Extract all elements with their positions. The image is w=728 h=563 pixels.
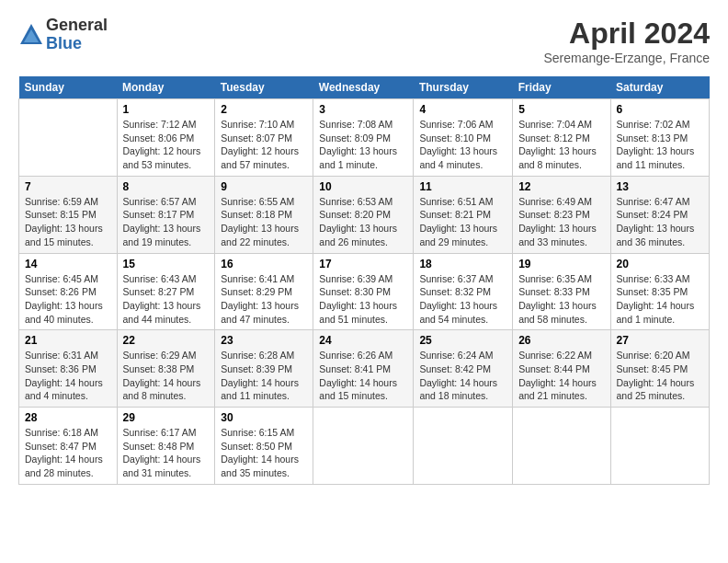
calendar-cell: 6Sunrise: 7:02 AMSunset: 8:13 PMDaylight… bbox=[610, 99, 709, 177]
day-number: 27 bbox=[617, 334, 703, 347]
calendar-cell: 14Sunrise: 6:45 AMSunset: 8:26 PMDayligh… bbox=[19, 253, 118, 330]
day-number: 23 bbox=[221, 334, 307, 347]
calendar-cell: 27Sunrise: 6:20 AMSunset: 8:45 PMDayligh… bbox=[610, 330, 709, 408]
cell-info: Sunrise: 6:28 AMSunset: 8:39 PMDaylight:… bbox=[221, 349, 307, 403]
calendar-cell: 21Sunrise: 6:31 AMSunset: 8:36 PMDayligh… bbox=[19, 330, 118, 408]
header-day-friday: Friday bbox=[513, 76, 610, 99]
cell-info: Sunrise: 6:24 AMSunset: 8:42 PMDaylight:… bbox=[419, 349, 506, 403]
cell-info: Sunrise: 7:04 AMSunset: 8:12 PMDaylight:… bbox=[518, 118, 604, 172]
cell-info: Sunrise: 6:53 AMSunset: 8:20 PMDaylight:… bbox=[319, 195, 407, 249]
calendar-cell: 18Sunrise: 6:37 AMSunset: 8:32 PMDayligh… bbox=[414, 253, 513, 330]
calendar-cell: 1Sunrise: 7:12 AMSunset: 8:06 PMDaylight… bbox=[117, 99, 215, 177]
calendar-cell bbox=[610, 408, 709, 485]
day-number: 29 bbox=[123, 411, 210, 424]
logo-text: General Blue bbox=[46, 17, 108, 53]
calendar-cell: 25Sunrise: 6:24 AMSunset: 8:42 PMDayligh… bbox=[414, 330, 513, 408]
day-number: 30 bbox=[221, 411, 307, 424]
week-row-1: 1Sunrise: 7:12 AMSunset: 8:06 PMDaylight… bbox=[19, 99, 710, 177]
day-number: 18 bbox=[419, 258, 506, 270]
day-number: 20 bbox=[617, 258, 703, 270]
week-row-3: 14Sunrise: 6:45 AMSunset: 8:26 PMDayligh… bbox=[19, 253, 710, 330]
day-number: 10 bbox=[319, 180, 407, 193]
calendar-cell bbox=[19, 99, 118, 177]
title-block: April 2024 Seremange-Erzange, France bbox=[543, 17, 710, 65]
header: General Blue April 2024 Seremange-Erzang… bbox=[18, 17, 710, 65]
calendar-cell: 13Sunrise: 6:47 AMSunset: 8:24 PMDayligh… bbox=[610, 176, 709, 253]
day-number: 7 bbox=[25, 180, 111, 193]
calendar-cell: 24Sunrise: 6:26 AMSunset: 8:41 PMDayligh… bbox=[313, 330, 414, 408]
cell-info: Sunrise: 6:26 AMSunset: 8:41 PMDaylight:… bbox=[319, 349, 407, 403]
cell-info: Sunrise: 6:51 AMSunset: 8:21 PMDaylight:… bbox=[419, 195, 506, 249]
day-number: 21 bbox=[25, 334, 111, 347]
cell-info: Sunrise: 6:22 AMSunset: 8:44 PMDaylight:… bbox=[518, 349, 604, 403]
logo-blue: Blue bbox=[46, 35, 108, 53]
header-row: SundayMondayTuesdayWednesdayThursdayFrid… bbox=[19, 76, 710, 99]
cell-info: Sunrise: 6:35 AMSunset: 8:33 PMDaylight:… bbox=[518, 272, 604, 327]
logo: General Blue bbox=[18, 17, 108, 53]
location-subtitle: Seremange-Erzange, France bbox=[543, 51, 710, 65]
calendar-table: SundayMondayTuesdayWednesdayThursdayFrid… bbox=[18, 76, 710, 485]
cell-info: Sunrise: 6:57 AMSunset: 8:17 PMDaylight:… bbox=[123, 195, 210, 249]
day-number: 26 bbox=[518, 334, 604, 347]
header-day-tuesday: Tuesday bbox=[215, 76, 313, 99]
calendar-cell: 12Sunrise: 6:49 AMSunset: 8:23 PMDayligh… bbox=[513, 176, 610, 253]
cell-info: Sunrise: 6:17 AMSunset: 8:48 PMDaylight:… bbox=[123, 426, 210, 480]
calendar-cell: 5Sunrise: 7:04 AMSunset: 8:12 PMDaylight… bbox=[513, 99, 610, 177]
cell-info: Sunrise: 6:45 AMSunset: 8:26 PMDaylight:… bbox=[25, 272, 111, 327]
week-row-5: 28Sunrise: 6:18 AMSunset: 8:47 PMDayligh… bbox=[19, 408, 710, 485]
header-day-wednesday: Wednesday bbox=[313, 76, 414, 99]
cell-info: Sunrise: 6:20 AMSunset: 8:45 PMDaylight:… bbox=[617, 349, 703, 403]
day-number: 8 bbox=[123, 180, 210, 193]
day-number: 14 bbox=[25, 258, 111, 270]
day-number: 9 bbox=[221, 180, 307, 193]
week-row-2: 7Sunrise: 6:59 AMSunset: 8:15 PMDaylight… bbox=[19, 176, 710, 253]
calendar-cell: 3Sunrise: 7:08 AMSunset: 8:09 PMDaylight… bbox=[313, 99, 414, 177]
calendar-cell bbox=[414, 408, 513, 485]
day-number: 15 bbox=[123, 258, 210, 270]
cell-info: Sunrise: 6:47 AMSunset: 8:24 PMDaylight:… bbox=[617, 195, 703, 249]
cell-info: Sunrise: 7:02 AMSunset: 8:13 PMDaylight:… bbox=[617, 118, 703, 172]
calendar-cell: 17Sunrise: 6:39 AMSunset: 8:30 PMDayligh… bbox=[313, 253, 414, 330]
header-day-monday: Monday bbox=[117, 76, 215, 99]
calendar-cell bbox=[313, 408, 414, 485]
day-number: 4 bbox=[419, 103, 506, 116]
cell-info: Sunrise: 7:12 AMSunset: 8:06 PMDaylight:… bbox=[123, 118, 210, 172]
day-number: 1 bbox=[123, 103, 210, 116]
day-number: 5 bbox=[518, 103, 604, 116]
day-number: 19 bbox=[518, 258, 604, 270]
cell-info: Sunrise: 6:49 AMSunset: 8:23 PMDaylight:… bbox=[518, 195, 604, 249]
day-number: 22 bbox=[123, 334, 210, 347]
calendar-cell: 2Sunrise: 7:10 AMSunset: 8:07 PMDaylight… bbox=[215, 99, 313, 177]
calendar-cell: 26Sunrise: 6:22 AMSunset: 8:44 PMDayligh… bbox=[513, 330, 610, 408]
cell-info: Sunrise: 6:18 AMSunset: 8:47 PMDaylight:… bbox=[25, 426, 111, 480]
header-day-sunday: Sunday bbox=[19, 76, 118, 99]
calendar-cell: 11Sunrise: 6:51 AMSunset: 8:21 PMDayligh… bbox=[414, 176, 513, 253]
week-row-4: 21Sunrise: 6:31 AMSunset: 8:36 PMDayligh… bbox=[19, 330, 710, 408]
day-number: 2 bbox=[221, 103, 307, 116]
calendar-cell: 20Sunrise: 6:33 AMSunset: 8:35 PMDayligh… bbox=[610, 253, 709, 330]
cell-info: Sunrise: 7:10 AMSunset: 8:07 PMDaylight:… bbox=[221, 118, 307, 172]
calendar-cell: 7Sunrise: 6:59 AMSunset: 8:15 PMDaylight… bbox=[19, 176, 118, 253]
day-number: 24 bbox=[319, 334, 407, 347]
calendar-cell: 29Sunrise: 6:17 AMSunset: 8:48 PMDayligh… bbox=[117, 408, 215, 485]
header-day-saturday: Saturday bbox=[610, 76, 709, 99]
day-number: 11 bbox=[419, 180, 506, 193]
calendar-cell: 22Sunrise: 6:29 AMSunset: 8:38 PMDayligh… bbox=[117, 330, 215, 408]
cell-info: Sunrise: 6:41 AMSunset: 8:29 PMDaylight:… bbox=[221, 272, 307, 327]
cell-info: Sunrise: 7:08 AMSunset: 8:09 PMDaylight:… bbox=[319, 118, 407, 172]
cell-info: Sunrise: 7:06 AMSunset: 8:10 PMDaylight:… bbox=[419, 118, 506, 172]
calendar-cell bbox=[513, 408, 610, 485]
calendar-cell: 9Sunrise: 6:55 AMSunset: 8:18 PMDaylight… bbox=[215, 176, 313, 253]
calendar-cell: 4Sunrise: 7:06 AMSunset: 8:10 PMDaylight… bbox=[414, 99, 513, 177]
cell-info: Sunrise: 6:43 AMSunset: 8:27 PMDaylight:… bbox=[123, 272, 210, 327]
day-number: 13 bbox=[617, 180, 703, 193]
calendar-cell: 8Sunrise: 6:57 AMSunset: 8:17 PMDaylight… bbox=[117, 176, 215, 253]
calendar-cell: 19Sunrise: 6:35 AMSunset: 8:33 PMDayligh… bbox=[513, 253, 610, 330]
month-title: April 2024 bbox=[543, 17, 710, 51]
calendar-cell: 10Sunrise: 6:53 AMSunset: 8:20 PMDayligh… bbox=[313, 176, 414, 253]
cell-info: Sunrise: 6:55 AMSunset: 8:18 PMDaylight:… bbox=[221, 195, 307, 249]
header-day-thursday: Thursday bbox=[414, 76, 513, 99]
logo-icon bbox=[18, 22, 44, 48]
day-number: 16 bbox=[221, 258, 307, 270]
calendar-cell: 30Sunrise: 6:15 AMSunset: 8:50 PMDayligh… bbox=[215, 408, 313, 485]
